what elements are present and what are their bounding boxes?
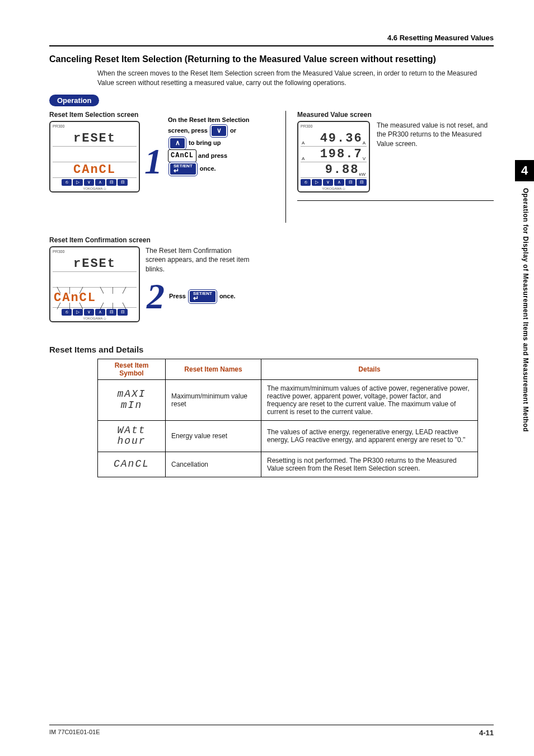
lcd-brand-top: PR300 (53, 124, 64, 128)
lcd-meas-3: 9.88 (302, 163, 359, 177)
intro-text: When the screen moves to the Reset Item … (97, 69, 494, 88)
setent-key-icon-2: SET/ENT↵ (189, 290, 217, 303)
step-1-text: On the Reset Item Selection screen, pres… (168, 115, 249, 176)
blink-marks-icon-2: ╱│╲ ╱│╲ (57, 303, 135, 309)
up-key-icon: ∧ (169, 137, 186, 149)
section-header: 4.6 Resetting Measured Values (49, 34, 494, 46)
symbol-watt: WAtt (104, 425, 160, 436)
symbol-min: mIn (104, 400, 160, 411)
reset-confirm-label: Reset Item Confirmation screen (49, 236, 494, 244)
operation-pill: Operation (49, 95, 99, 106)
name-maxmin: Maximum/minimum value reset (166, 379, 261, 420)
step-2-text: Press SET/ENT↵ once. (169, 290, 236, 303)
confirm-text: The Reset Item Confirmation screen appea… (146, 246, 252, 274)
measured-note: The measured value is not reset, and the… (377, 121, 494, 149)
reset-items-title: Reset Items and Details (49, 345, 494, 354)
lcd-brand-2: YOKOGAWA ◇ (301, 186, 367, 190)
lcd-text-reset: rESEt (54, 132, 135, 145)
page-number: 4-11 (479, 729, 494, 737)
table-row: WAtt hour Energy value reset The values … (98, 420, 478, 452)
cancel-title: Canceling Reset Item Selection (Returnin… (49, 54, 494, 64)
chapter-side-text: Operation for Display of Measurement Ite… (522, 188, 530, 501)
step-2-number: 2 (147, 282, 165, 311)
symbol-maxi: mAXI (104, 389, 160, 400)
symbol-hour: hour (104, 436, 160, 447)
chapter-tab: 4 (515, 160, 534, 181)
doc-number: IM 77C01E01-01E (49, 729, 100, 737)
measured-value-label: Measured Value screen (297, 111, 494, 119)
lcd-measured-value: PR300 A49.36A A198.7V 9.88kW ⎋▷∨∧⊟⊟ YOKO… (297, 121, 370, 192)
symbol-cancl: CAnCL (104, 459, 160, 470)
lcd-meas-2: 198.7 (305, 147, 362, 161)
setent-key-icon: SET/ENT↵ (169, 162, 197, 176)
table-row: CAnCL Cancellation Resetting is not perf… (98, 452, 478, 477)
cancl-display-box: CAnCL (168, 149, 196, 162)
lcd-meas-1: 49.36 (305, 132, 362, 145)
th-symbol: Reset Item Symbol (98, 359, 166, 379)
det-energy: The values of active energy, regenerativ… (261, 420, 478, 452)
th-name: Reset Item Names (166, 359, 261, 379)
lcd-brand-3: YOKOGAWA ◇ (53, 316, 137, 320)
step-1-number: 1 (144, 147, 162, 176)
page-footer: IM 77C01E01-01E 4-11 (49, 725, 494, 737)
lcd-reset-confirm: PR300 rESEt ╲│╱ ╲│╱ CAnCL ╱│╲ ╱│╲ ⎋▷∨∧⊟⊟… (49, 246, 140, 322)
det-maxmin: The maximum/minimum values of active pow… (261, 379, 478, 420)
name-cancel: Cancellation (166, 452, 261, 477)
down-key-icon: ∨ (210, 125, 227, 137)
lcd-brand-top-2: PR300 (301, 124, 312, 128)
det-cancel: Resetting is not performed. The PR300 re… (261, 452, 478, 477)
lcd-brand-top-3: PR300 (53, 250, 64, 253)
lcd-text-cancl: CAnCL (54, 163, 135, 177)
name-energy: Energy value reset (166, 420, 261, 452)
lcd-reset-selection: PR300 rESEt CAnCL ⎋▷∨∧⊟⊟ YOKOGAWA ◇ (49, 121, 140, 192)
lcd-brand: YOKOGAWA ◇ (53, 186, 137, 190)
reset-items-table: Reset Item Symbol Reset Item Names Detai… (97, 359, 478, 478)
table-row: mAXI mIn Maximum/minimum value reset The… (98, 379, 478, 420)
lcd-text-reset-2: rESEt (54, 257, 135, 271)
th-details: Details (261, 359, 478, 379)
